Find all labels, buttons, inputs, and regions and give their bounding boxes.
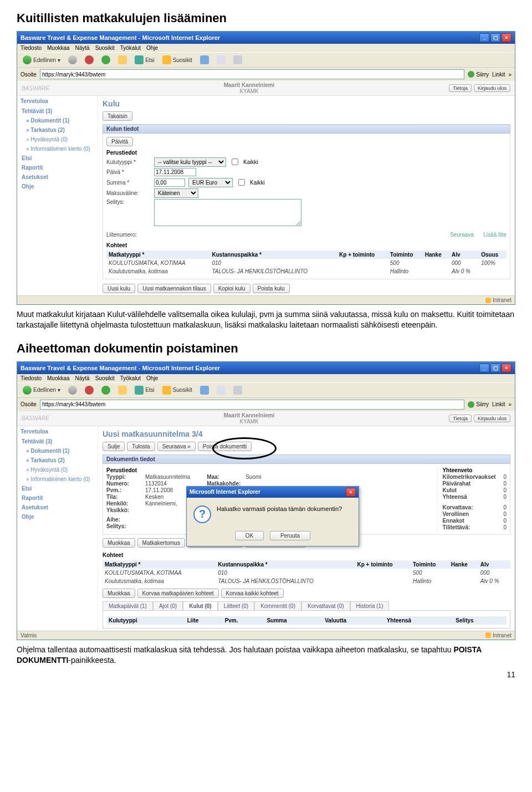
copy-expense-button[interactable]: Kopioi kulu: [213, 284, 250, 293]
menu-tools[interactable]: Työkalut: [120, 45, 141, 51]
tab-history[interactable]: Historia (1): [350, 601, 390, 610]
logout-button[interactable]: Kirjaudu ulos: [474, 84, 510, 92]
sum-input[interactable]: [154, 178, 185, 187]
nav-tasks[interactable]: Tehtävät (3): [17, 106, 98, 116]
nav-settings[interactable]: Asetukset: [17, 503, 98, 512]
close-icon[interactable]: ×: [502, 364, 511, 372]
info-button[interactable]: Tietoja: [449, 84, 472, 92]
tab-reimbursable[interactable]: Korvattavat (0): [301, 601, 350, 610]
dialog-title: Microsoft Internet Explorer: [190, 489, 260, 495]
menu-edit[interactable]: Muokkaa: [47, 45, 70, 51]
stop-button[interactable]: [83, 55, 96, 65]
replace-day-targets-button[interactable]: Korvaa matkapäivien kohteet: [137, 589, 219, 598]
dialog-ok-button[interactable]: OK: [235, 531, 264, 540]
minimize-icon[interactable]: _: [479, 364, 489, 372]
tab-comments[interactable]: Kommentit (0): [254, 601, 301, 610]
nav-review[interactable]: » Tarkastus (2): [17, 456, 98, 465]
forward-button[interactable]: [66, 55, 79, 65]
desc-textarea[interactable]: [154, 199, 301, 226]
pay-select[interactable]: Käteinen: [154, 188, 198, 198]
nav-docs[interactable]: » Dokumentit (1): [17, 116, 98, 125]
menu-view[interactable]: Näytä: [75, 45, 90, 51]
new-expense-button[interactable]: Uusi kulu: [103, 284, 135, 293]
search-icon: [135, 55, 144, 64]
mail-button[interactable]: [214, 55, 228, 65]
nav-reports[interactable]: Raportit: [17, 493, 98, 503]
basic-label: Perustiedot: [106, 467, 273, 473]
close-icon[interactable]: ×: [502, 33, 511, 42]
type-all-checkbox[interactable]: [232, 159, 238, 165]
next-button[interactable]: Seuraava »: [157, 442, 196, 451]
nav-welcome: Tervetuloa: [17, 96, 98, 106]
nav-approve[interactable]: » Hyväksyntä (0): [17, 135, 98, 144]
nav-docs[interactable]: » Dokumentit (1): [17, 446, 98, 456]
replace-all-targets-button[interactable]: Korvaa kaikki kohteet: [221, 589, 284, 598]
ie-window-plan: Basware Travel & Expense Management - Mi…: [17, 361, 515, 640]
next-link[interactable]: Seuraava: [450, 232, 474, 238]
edit-button[interactable]: Päivitä: [106, 137, 133, 146]
nav-help[interactable]: Ohje: [17, 512, 98, 522]
address-label: Osoite: [21, 71, 37, 78]
nav-search[interactable]: Etsi: [17, 154, 98, 163]
go-button[interactable]: Siirry: [468, 71, 489, 78]
nav-fyi[interactable]: » Informatiivinen kierto (0): [17, 474, 98, 484]
favorites-button[interactable]: Suosikit: [160, 55, 195, 65]
trip-report-button[interactable]: Matkakertomus: [137, 538, 185, 548]
menu-favs[interactable]: Suosikit: [95, 45, 115, 51]
mail-icon: [217, 55, 226, 64]
edit-button[interactable]: Muokkaa: [103, 538, 135, 548]
delete-expense-button[interactable]: Poista kulu: [253, 284, 290, 293]
print-button[interactable]: Tulosta: [127, 442, 155, 451]
menu-file[interactable]: Tiedosto: [21, 45, 42, 51]
tab-attachments[interactable]: Liitteet (0): [218, 601, 254, 610]
address-input[interactable]: [40, 69, 464, 79]
menu-help[interactable]: Ohje: [146, 45, 158, 51]
nav-reports[interactable]: Raportit: [17, 163, 98, 172]
nav-fyi[interactable]: » Informatiivinen kierto (0): [17, 144, 98, 154]
pay-label: Maksuväline:: [106, 190, 151, 196]
maximize-icon[interactable]: ▢: [490, 364, 500, 372]
go-button[interactable]: Siirry: [468, 401, 489, 408]
dialog-close-icon[interactable]: ×: [346, 488, 356, 497]
nav-help[interactable]: Ohje: [17, 182, 98, 191]
type-select[interactable]: -- valitse kulu tyyppi --: [154, 157, 226, 167]
targets-label: Kohteet: [106, 242, 507, 248]
tab-row: Matkapäivät (1) Ajot (0) Kulut (0) Liitt…: [103, 601, 510, 610]
nav-tasks[interactable]: Tehtävät (3): [17, 437, 98, 446]
delete-document-button[interactable]: Poista dokumentti: [198, 442, 252, 451]
add-attachment-link[interactable]: Lisää liite: [483, 232, 507, 238]
tab-drives[interactable]: Ajot (0): [153, 601, 183, 610]
ie-toolbar-2: Edellinen ▾ Etsi Suosikit: [17, 382, 515, 398]
nav-review[interactable]: » Tarkastus (2): [17, 125, 98, 135]
currency-all-checkbox[interactable]: [238, 179, 245, 186]
address-input[interactable]: [40, 400, 464, 410]
statusbar: Intranet: [17, 295, 515, 304]
refresh-button[interactable]: [99, 55, 112, 65]
maximize-icon[interactable]: ▢: [490, 33, 500, 42]
info-button[interactable]: Tietoja: [449, 415, 472, 422]
nav-approve[interactable]: » Hyväksyntä (0): [17, 465, 98, 474]
section-receipts-title: Kuitillisten matkakulujen lisääminen: [17, 11, 515, 25]
currency-select[interactable]: EUR Euro: [188, 178, 233, 187]
lock-icon: [485, 632, 491, 638]
tab-expenses[interactable]: Kulut (0): [183, 601, 218, 610]
go-icon: [468, 71, 474, 78]
edit-targets-button[interactable]: Muokkaa: [103, 589, 135, 598]
back-app-button[interactable]: Takaisin: [103, 111, 132, 121]
logout-button[interactable]: Kirjaudu ulos: [474, 415, 510, 422]
home-button[interactable]: [116, 55, 129, 65]
dialog-cancel-button[interactable]: Peruuta: [270, 531, 310, 540]
back-button[interactable]: Edellinen ▾: [21, 55, 63, 65]
new-advance-button[interactable]: Uusi matkaennakon tilaus: [137, 284, 211, 293]
nav-settings[interactable]: Asetukset: [17, 172, 98, 182]
print-button[interactable]: [231, 55, 244, 65]
history-button[interactable]: [198, 55, 211, 65]
close-button[interactable]: Sulje: [103, 442, 125, 451]
back-button[interactable]: Edellinen ▾: [21, 385, 63, 395]
nav-search[interactable]: Etsi: [17, 484, 98, 493]
minimize-icon[interactable]: _: [479, 33, 489, 42]
tab-days[interactable]: Matkapäivät (1): [103, 601, 153, 610]
stop-icon: [85, 55, 94, 64]
date-input[interactable]: [154, 168, 196, 176]
search-button[interactable]: Etsi: [132, 55, 157, 65]
